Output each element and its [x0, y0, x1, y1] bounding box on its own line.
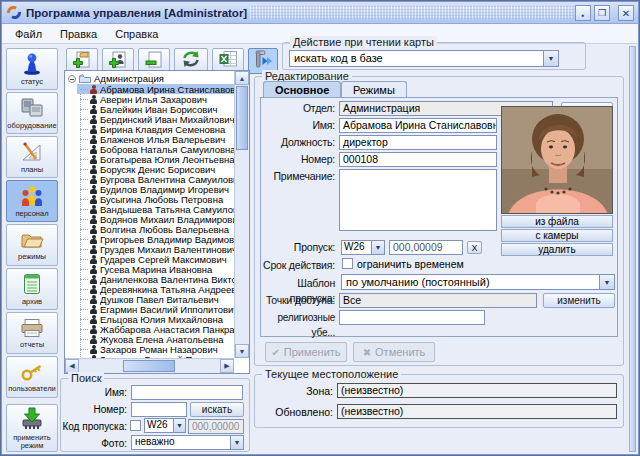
tree-person-row[interactable]: Груздев Михаил Валентинович — [77, 244, 234, 254]
name-field[interactable]: Абрамова Ирина Станиславовна — [339, 118, 497, 133]
tree-person-row[interactable]: Будилов Владимир Игоревич — [77, 184, 234, 194]
position-label: Должность: — [263, 135, 339, 150]
pass-code-field[interactable]: 000,00009 — [389, 240, 463, 255]
tree-person-row[interactable]: Аверин Илья Захарович — [77, 94, 234, 104]
tree-person-row[interactable]: Григорьев Владимир Вадимович — [77, 234, 234, 244]
close-icon[interactable] — [618, 5, 634, 21]
tree-person-row[interactable]: Богатырева Юлия Леонтьевна — [77, 154, 234, 164]
personnel-tree: Администрация Абрамова Ирина Станиславов… — [64, 70, 250, 374]
person-icon — [90, 155, 97, 164]
person-icon — [90, 95, 97, 104]
sidebar-item-users[interactable]: пользователи — [6, 356, 58, 398]
note-textarea[interactable] — [339, 169, 497, 231]
minimize-icon[interactable] — [575, 5, 591, 21]
tree-person-row[interactable]: Гусева Марина Ивановна — [77, 264, 234, 274]
photo-from-camera-button[interactable]: с камеры — [501, 229, 613, 242]
number-field[interactable]: 000108 — [339, 152, 497, 167]
religion-field[interactable] — [339, 310, 485, 325]
vertical-scroll-thumb[interactable] — [236, 86, 248, 150]
main-tab-panel: Отдел: Администрация ... Имя: Абрамова И… — [260, 97, 618, 337]
tree-person-row[interactable]: Абрамова Ирина Станиславовна — [77, 84, 234, 94]
tab-main[interactable]: Основное — [263, 81, 341, 98]
sidebar-item-plans[interactable]: планы — [6, 136, 58, 178]
sidebar-item-reports[interactable]: отчеты — [6, 312, 58, 354]
tree-person-row[interactable]: Даниленкова Валентина Викторовна — [77, 274, 234, 284]
menu-help[interactable]: Справка — [106, 25, 167, 43]
search-pass-format-select[interactable]: W26 — [144, 418, 186, 433]
religion-label: религиозные убе... — [263, 310, 339, 340]
scroll-up-icon[interactable]: ▲ — [235, 71, 249, 85]
apply-mode-icon — [19, 407, 45, 434]
tree-person-row[interactable]: Блаженов Илья Валерьевич — [77, 134, 234, 144]
sidebar-item-equipment[interactable]: оборудование — [6, 92, 58, 134]
current-location-group: Текущее местоположение Зона: (неизвестно… — [254, 374, 624, 428]
sidebar-item-modes[interactable]: режимы — [6, 224, 58, 266]
zone-label: Зона: — [255, 385, 333, 397]
cancel-button: ✖ Отменить — [353, 342, 435, 362]
card-action-select[interactable]: искать код в базе — [289, 50, 559, 67]
chevron-down-icon[interactable] — [599, 275, 614, 289]
tree-person-row[interactable]: Боброва Наталья Самуиловна — [77, 144, 234, 154]
search-name-label: Имя: — [61, 387, 127, 398]
apply-mode-button[interactable]: применить режим — [6, 404, 58, 452]
photo-panel: из файла с камеры удалить — [501, 106, 613, 256]
horizontal-scroll-thumb[interactable] — [123, 360, 175, 372]
access-change-button[interactable]: изменить — [543, 293, 615, 308]
tree-person-row[interactable]: Борусяк Денис Борисович — [77, 164, 234, 174]
tree-person-row[interactable]: Бердинский Иван Михайлович — [77, 114, 234, 124]
tree-person-row[interactable]: Деревянкина Татьяна Андреевна — [77, 284, 234, 294]
tab-modes[interactable]: Режимы — [341, 81, 407, 98]
search-passcode-checkbox[interactable] — [130, 420, 141, 431]
equipment-icon — [20, 97, 44, 122]
search-button[interactable]: искать — [190, 402, 244, 417]
tree-person-row[interactable]: Балейкин Иван Борисович — [77, 104, 234, 114]
sidebar-item-archive[interactable]: архив — [6, 268, 58, 310]
tree-person-row[interactable]: Бусыгина Любовь Петровна — [77, 194, 234, 204]
photo-delete-button[interactable]: удалить — [501, 243, 613, 256]
sidebar-item-personnel[interactable]: персонал — [6, 180, 58, 222]
menu-file[interactable]: Файл — [6, 25, 51, 43]
menu-edit[interactable]: Правка — [51, 25, 106, 43]
collapse-icon[interactable] — [68, 75, 76, 83]
tree-person-row[interactable]: Гударев Сергей Максимович — [77, 254, 234, 264]
search-passcode-input: 000,00000 — [188, 419, 244, 434]
chevron-down-icon[interactable] — [371, 241, 384, 254]
title-bar[interactable]: Программа управления [Administrator] — [2, 2, 638, 24]
chevron-down-icon[interactable] — [543, 51, 558, 66]
search-number-input[interactable] — [131, 402, 187, 417]
plans-icon — [20, 141, 44, 166]
tree-person-row[interactable]: Жукова Елена Анатольевна — [77, 334, 234, 344]
pass-clear-button[interactable]: X — [467, 241, 482, 254]
pass-template-select[interactable]: по умолчанию (постоянный) — [341, 274, 615, 290]
tree-vertical-scrollbar[interactable]: ▲ ▼ — [234, 71, 249, 358]
tree-person-row[interactable]: Душков Павел Витальевич — [77, 294, 234, 304]
scroll-right-icon[interactable]: ▶ — [220, 359, 234, 373]
tree-person-row[interactable]: Жаббарова Анастасия Панкратьевна — [77, 324, 234, 334]
vertical-splitter[interactable] — [629, 46, 636, 452]
sidebar-item-status[interactable]: статус — [6, 48, 58, 90]
photo-from-file-button[interactable]: из файла — [501, 215, 613, 228]
scroll-down-icon[interactable]: ▼ — [235, 344, 249, 358]
chevron-down-icon[interactable] — [230, 436, 243, 449]
tree-person-row[interactable]: Егармин Василий Ипполитович — [77, 304, 234, 314]
tree-person-row[interactable]: Бугрова Валентина Самуиловна — [77, 174, 234, 184]
search-pass-format-value: W26 — [145, 419, 173, 432]
tree-person-row[interactable]: Бирина Клавдия Семеновна — [77, 124, 234, 134]
search-name-input[interactable] — [131, 385, 243, 400]
person-icon — [90, 255, 97, 264]
chevron-down-icon[interactable] — [173, 419, 185, 432]
tree-root-node[interactable]: Администрация — [68, 73, 234, 84]
position-field[interactable]: директор — [339, 135, 497, 150]
maximize-icon[interactable] — [594, 5, 610, 21]
tree-person-row[interactable]: Ельцова Юлия Михайловна — [77, 314, 234, 324]
tree-person-row[interactable]: Волгина Любовь Валерьевна — [77, 224, 234, 234]
name-label: Имя: — [263, 118, 339, 133]
tree-person-row[interactable]: Водянов Михаил Владимирович — [77, 214, 234, 224]
search-photo-select[interactable]: неважно — [131, 435, 244, 450]
tree-person-row[interactable]: Захаров Роман Назарович — [77, 344, 234, 354]
pass-format-select[interactable]: W26 — [341, 240, 385, 255]
tree-horizontal-scrollbar[interactable]: ◀ ▶ — [65, 358, 234, 373]
validity-checkbox[interactable] — [342, 258, 353, 269]
scroll-left-icon[interactable]: ◀ — [65, 359, 79, 373]
tree-person-row[interactable]: Вандышева Татьяна Самуиловна — [77, 204, 234, 214]
